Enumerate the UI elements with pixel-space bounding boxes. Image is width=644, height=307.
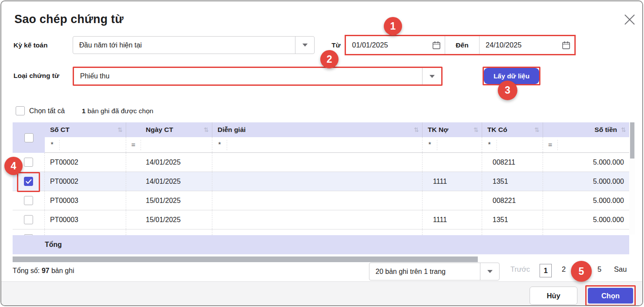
filter-cell-ngayct[interactable]: = xyxy=(126,137,212,152)
column-header-tkco[interactable]: TK Có⇅ xyxy=(482,122,543,137)
sort-icon[interactable]: ⇅ xyxy=(117,126,123,133)
sort-icon[interactable]: ⇅ xyxy=(473,126,479,133)
period-label: Kỳ kế toán xyxy=(13,41,47,49)
column-header-label: Số tiền xyxy=(594,126,617,134)
doc-type-select[interactable]: Phiếu thu xyxy=(74,68,441,84)
sort-icon[interactable]: ⇅ xyxy=(414,126,419,133)
total-records-prefix: Tổng số: xyxy=(13,267,42,274)
row-checkbox[interactable] xyxy=(24,196,33,205)
cell-tkco: 1351 xyxy=(482,172,543,191)
row-checkbox[interactable] xyxy=(24,215,33,224)
total-records-count: 97 xyxy=(42,267,50,274)
cell-diengiai: Rút tạm ứng đã cấp dự toán nguồn được gi… xyxy=(212,229,423,235)
table-select-all-checkbox[interactable] xyxy=(24,133,34,142)
filter-operator[interactable]: * xyxy=(482,140,497,150)
pagination-page-5[interactable]: 5 xyxy=(597,265,601,273)
cell-ngayct: 15/01/2025 xyxy=(126,191,212,210)
filter-operator[interactable]: = xyxy=(126,140,141,150)
chevron-down-icon xyxy=(302,44,308,47)
close-button[interactable] xyxy=(621,11,638,28)
chevron-down-icon xyxy=(429,75,435,78)
filter-cell-diengiai[interactable]: * xyxy=(212,137,423,152)
filter-cell-soct[interactable]: * xyxy=(45,137,126,152)
page-size-select[interactable]: 20 bản ghi trên 1 trang xyxy=(369,263,500,280)
cancel-button[interactable]: Hủy xyxy=(530,287,577,305)
calendar-icon xyxy=(432,40,441,50)
pagination-prev[interactable]: Trước xyxy=(510,265,530,273)
pagination-page-2[interactable]: 2 xyxy=(562,265,566,273)
table-row[interactable]: PT00003 15/01/2025 008221 5.000.000 xyxy=(13,191,629,210)
dialog-footer: Hủy Chọn xyxy=(1,281,643,306)
period-select-arrow[interactable] xyxy=(295,37,314,54)
filter-operator[interactable]: * xyxy=(212,140,227,150)
filter-cell-tkco[interactable]: * xyxy=(482,137,543,152)
from-label: Từ xyxy=(332,41,341,49)
doc-type-select-arrow[interactable] xyxy=(422,68,441,84)
confirm-button[interactable]: Chọn xyxy=(588,288,633,304)
sort-icon[interactable]: ⇅ xyxy=(204,126,209,133)
horizontal-scrollbar-thumb[interactable] xyxy=(13,256,478,262)
documents-table: Số CT⇅ Ngày CT⇅ Diễn giải⇅ TK Nợ⇅ TK Có⇅… xyxy=(13,122,629,254)
filter-operator[interactable]: * xyxy=(423,140,437,150)
from-date-value: 01/01/2025 xyxy=(346,41,428,49)
table-row-selected[interactable]: PT00002 14/01/2025 1111 1351 5.000.000 xyxy=(13,172,629,191)
cell-tkco: 008221 xyxy=(482,229,543,235)
row-checkbox[interactable] xyxy=(24,158,33,167)
cell-ngayct: 14/01/2025 xyxy=(126,172,212,191)
vertical-scrollbar-thumb[interactable] xyxy=(630,122,634,159)
sort-icon[interactable]: ⇅ xyxy=(534,126,540,133)
checkbox-annotation-box xyxy=(17,172,40,192)
filter-cell-tkno[interactable]: * xyxy=(423,137,482,152)
header-checkbox-cell xyxy=(13,122,45,153)
table-header-row: Số CT⇅ Ngày CT⇅ Diễn giải⇅ TK Nợ⇅ TK Có⇅… xyxy=(45,122,629,137)
selected-count-number: 1 xyxy=(82,107,86,115)
cell-sotien: 5.000.000 xyxy=(543,153,629,172)
column-header-tkno[interactable]: TK Nợ⇅ xyxy=(423,122,482,137)
total-row-label: Tổng xyxy=(45,241,62,249)
period-select[interactable]: Đầu năm tới hiện tại xyxy=(73,36,315,54)
to-label: Đến xyxy=(445,36,480,54)
to-calendar-button[interactable] xyxy=(558,40,574,50)
cell-tkno: 1111 xyxy=(423,210,482,229)
filter-operator[interactable]: * xyxy=(45,140,60,150)
cell-ngayct: 14/01/2025 xyxy=(126,153,212,172)
from-date-input[interactable]: 01/01/2025 xyxy=(346,36,445,54)
filter-cell-sotien[interactable]: = xyxy=(543,137,629,152)
calendar-icon xyxy=(561,40,571,50)
page-size-select-arrow[interactable] xyxy=(480,263,499,280)
cell-tkco: 008211 xyxy=(482,153,543,172)
column-header-sotien[interactable]: Số tiền⇅ xyxy=(543,122,629,137)
column-header-label: TK Nợ xyxy=(428,126,448,134)
cell-soct: PT00002 xyxy=(45,153,126,172)
annotation-badge-3: 3 xyxy=(498,81,517,100)
select-all-label[interactable]: Chọn tất cả xyxy=(29,107,65,115)
chevron-down-icon xyxy=(487,270,493,273)
vertical-scrollbar[interactable] xyxy=(629,122,635,235)
cell-diengiai xyxy=(212,191,423,210)
column-header-soct[interactable]: Số CT⇅ xyxy=(45,122,126,137)
sort-icon[interactable]: ⇅ xyxy=(621,126,626,133)
table-row[interactable]: PT00003 15/01/2025 1111 1351 5.000.000 xyxy=(13,210,629,229)
from-calendar-button[interactable] xyxy=(428,40,445,50)
cell-diengiai xyxy=(212,210,423,229)
table-row[interactable]: PT00002 14/01/2025 008211 5.000.000 xyxy=(13,153,629,172)
period-select-value: Đầu năm tới hiện tại xyxy=(73,41,295,49)
annotation-badge-1: 1 xyxy=(384,17,402,35)
column-header-diengiai[interactable]: Diễn giải⇅ xyxy=(212,122,423,137)
pagination-next[interactable]: Sau xyxy=(614,265,627,273)
copy-document-dialog: Sao chép chứng từ Kỳ kế toán Đầu năm tới… xyxy=(0,0,643,306)
cell-soct: PT00003 xyxy=(45,191,126,210)
cell-ngayct: 16/01/2025 xyxy=(126,229,212,235)
column-header-label: Số CT xyxy=(50,126,70,134)
filter-operator[interactable]: = xyxy=(543,140,558,150)
to-date-input[interactable]: 24/10/2025 xyxy=(480,36,574,54)
horizontal-scrollbar[interactable] xyxy=(13,256,629,262)
pagination-page-1[interactable]: 1 xyxy=(540,264,552,277)
select-all-checkbox[interactable] xyxy=(16,106,25,115)
cell-tkno xyxy=(423,153,482,172)
table-filter-row: * = * * * = xyxy=(45,137,629,153)
table-row[interactable]: PT00004 16/01/2025 Rút tạm ứng đã cấp dự… xyxy=(13,229,629,235)
column-header-ngayct[interactable]: Ngày CT⇅ xyxy=(126,122,212,137)
cell-sotien: 5.000.000 xyxy=(543,191,629,210)
cell-sotien: 5.000.000 xyxy=(543,210,629,229)
